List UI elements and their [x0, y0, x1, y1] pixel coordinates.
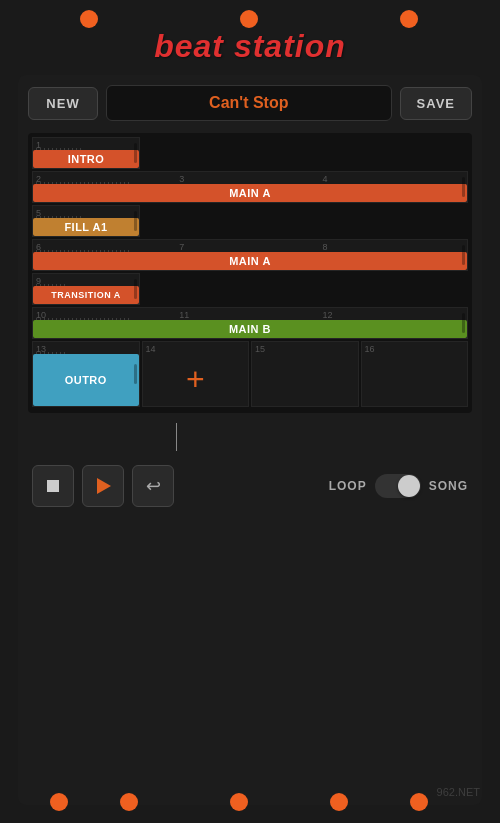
bottom-controls: ↩ LOOP SONG: [28, 457, 472, 515]
dot-top-left: [80, 10, 98, 28]
loop-toggle-track[interactable]: [375, 474, 421, 498]
plus-connector-line: [176, 423, 177, 451]
cell-num-7: 7: [179, 242, 184, 252]
resize-handle-13[interactable]: [134, 364, 137, 384]
dot-bottom-3: [230, 793, 248, 811]
stop-icon: [47, 480, 59, 492]
cell-num-16: 16: [365, 344, 375, 354]
toolbar: NEW Can't Stop SAVE: [28, 85, 472, 121]
cell-num-9: 9: [36, 276, 41, 286]
new-button[interactable]: NEW: [28, 87, 98, 120]
app-title: beat station: [0, 28, 500, 65]
cell-num-10: 10: [36, 310, 46, 320]
song-grid: 1 INTRO 2 3 4: [28, 133, 472, 413]
dot-bottom-2: [120, 793, 138, 811]
cell-2-4-main-a[interactable]: 2 3 4 MAIN A: [32, 171, 468, 203]
watermark: 962.NET: [437, 786, 480, 798]
stop-button[interactable]: [32, 465, 74, 507]
dot-bottom-5: [410, 793, 428, 811]
resize-handle-5[interactable]: [134, 211, 137, 231]
grid-row-1: 1 INTRO 2 3 4: [32, 137, 468, 203]
return-button[interactable]: ↩: [132, 465, 174, 507]
dot-top-right: [400, 10, 418, 28]
resize-handle-6[interactable]: [462, 245, 465, 265]
block-main-a-2[interactable]: MAIN A: [33, 252, 467, 270]
block-fill-a1[interactable]: FILL A1: [33, 218, 139, 236]
grid-row-2: 5 FILL A1 6 7 8: [32, 205, 468, 271]
connector-area: [28, 423, 472, 453]
cell-num-3: 3: [179, 174, 184, 184]
add-segment-button[interactable]: +: [186, 361, 205, 398]
loop-label: LOOP: [329, 479, 367, 493]
cell-13-outro[interactable]: 13 OUTRO: [32, 341, 140, 407]
resize-handle-2[interactable]: [462, 177, 465, 197]
toggle-thumb: [398, 475, 420, 497]
cell-10-12-main-b[interactable]: 10 11 12 MAIN B: [32, 307, 468, 339]
cell-num-14: 14: [146, 344, 156, 354]
cell-num-5: 5: [36, 208, 41, 218]
save-button[interactable]: SAVE: [400, 87, 472, 120]
block-transition-a[interactable]: TRANSITION A: [33, 286, 139, 304]
cell-1-intro[interactable]: 1 INTRO: [32, 137, 140, 169]
cell-num-4: 4: [322, 174, 327, 184]
cell-num-2: 2: [36, 174, 41, 184]
resize-handle-1[interactable]: [134, 143, 137, 163]
cell-5-fill-a1[interactable]: 5 FILL A1: [32, 205, 140, 237]
cell-num-15: 15: [255, 344, 265, 354]
cell-num-12: 12: [322, 310, 332, 320]
cell-14-add[interactable]: 14 +: [142, 341, 250, 407]
song-title-button[interactable]: Can't Stop: [106, 85, 392, 121]
dot-bottom-1: [50, 793, 68, 811]
block-outro[interactable]: OUTRO: [33, 354, 139, 406]
return-icon: ↩: [146, 475, 161, 497]
cell-num-1: 1: [36, 140, 41, 150]
cell-15-empty[interactable]: 15: [251, 341, 359, 407]
dot-top-center: [240, 10, 258, 28]
cell-9-transition-a[interactable]: 9 TRANSITION A: [32, 273, 140, 305]
song-label: SONG: [429, 479, 468, 493]
cell-6-8-main-a[interactable]: 6 7 8 MAIN A: [32, 239, 468, 271]
grid-row-4: 13 OUTRO 14 + 15 16: [32, 341, 468, 407]
block-intro[interactable]: INTRO: [33, 150, 139, 168]
main-container: NEW Can't Stop SAVE 1 INTRO 2: [18, 75, 482, 805]
grid-row-3: 9 TRANSITION A 10 11 12: [32, 273, 468, 339]
play-icon: [97, 478, 111, 494]
loop-song-toggle: LOOP SONG: [329, 474, 468, 498]
cell-16-empty[interactable]: 16: [361, 341, 469, 407]
cell-num-11: 11: [179, 310, 189, 320]
dot-bottom-4: [330, 793, 348, 811]
cell-num-13: 13: [36, 344, 46, 354]
block-main-b[interactable]: MAIN B: [33, 320, 467, 338]
cell-num-8: 8: [322, 242, 327, 252]
resize-handle-10[interactable]: [462, 313, 465, 333]
cell-num-6: 6: [36, 242, 41, 252]
resize-handle-9[interactable]: [134, 279, 137, 299]
play-button[interactable]: [82, 465, 124, 507]
block-main-a-1[interactable]: MAIN A: [33, 184, 467, 202]
